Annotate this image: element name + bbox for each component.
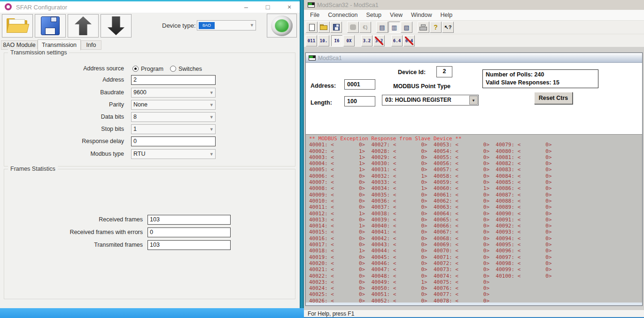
- baudrate-combo[interactable]: 9600▾: [131, 88, 216, 98]
- parity-value: None: [133, 101, 147, 108]
- transmited-frames-label: Transmited frames: [4, 242, 143, 248]
- menu-view[interactable]: View: [386, 12, 407, 18]
- chevron-down-icon: ▾: [250, 22, 253, 28]
- disconnect-button[interactable]: €): [359, 22, 371, 33]
- radio-switches[interactable]: [170, 66, 176, 72]
- display-data-button[interactable]: ▥: [388, 22, 400, 33]
- maximize-button[interactable]: □: [261, 2, 275, 12]
- valid-slave-responses: Valid Slave Responses: 15: [486, 79, 595, 87]
- format-double-icon: 6.4: [392, 36, 402, 46]
- menu-setup[interactable]: Setup: [362, 12, 386, 18]
- register-data-area: ** MODBUS Exception Response from Slave …: [306, 134, 642, 303]
- chevron-down-icon: ▾: [210, 126, 213, 132]
- reset-counters-button[interactable]: Reset Ctrs: [534, 92, 573, 104]
- format-0x-icon: 0X: [344, 36, 354, 46]
- modbus-type-value: RTU: [133, 151, 145, 157]
- new-document-button[interactable]: [306, 22, 318, 33]
- modsca1-child-window: ModSca1 Address: 0001 Length: 100 Device…: [305, 53, 643, 306]
- parity-combo[interactable]: None▾: [131, 100, 216, 110]
- open-file-icon: [320, 24, 328, 30]
- download-arrow-icon: [108, 16, 124, 35]
- upload-arrow-icon: [75, 16, 92, 35]
- format-hex-button[interactable]: I6: [331, 35, 342, 46]
- tab-info[interactable]: Info: [81, 40, 101, 50]
- desktop-blue-strip: [0, 308, 304, 318]
- modbus-address-input[interactable]: 0001: [344, 79, 375, 90]
- help-about-button[interactable]: ?: [430, 22, 442, 33]
- modbus-address-label: Address:: [310, 83, 336, 89]
- format-swapped-float-button[interactable]: 3.2: [373, 35, 385, 46]
- scan-definition-form: Address: 0001 Length: 100 Device Id: 2 M…: [306, 63, 642, 134]
- tab-transmission[interactable]: Transmission: [38, 39, 81, 50]
- format-binary-button[interactable]: 011: [306, 35, 317, 46]
- status-led-green-icon: [275, 19, 289, 32]
- help-icon: ?: [434, 23, 438, 31]
- sfar-titlebar: SFAR Configurator – □ ×: [0, 1, 300, 13]
- download-button[interactable]: [101, 14, 132, 38]
- format-swapped-double-icon: 6.4: [404, 36, 414, 46]
- device-type-dropdown[interactable]: 8AO ▾: [197, 20, 256, 30]
- close-button[interactable]: ×: [282, 2, 296, 12]
- modsca1-title: ModSca1: [318, 55, 342, 61]
- menu-help[interactable]: Help: [436, 12, 457, 18]
- transmited-frames-input[interactable]: 103: [147, 240, 231, 250]
- radio-program[interactable]: [132, 66, 139, 72]
- device-type-selected-value: 8AO: [199, 22, 215, 29]
- modsca1-window-icon: [309, 55, 316, 61]
- address-label: Address: [4, 76, 124, 83]
- format-0x-button[interactable]: 0X: [343, 35, 355, 46]
- minimize-button[interactable]: –: [239, 2, 253, 12]
- device-id-input[interactable]: 2: [436, 66, 452, 77]
- format-double-button[interactable]: 6.4: [391, 35, 403, 46]
- tab-8ao-module[interactable]: 8AO Module: [1, 40, 38, 50]
- sfar-configurator-window: SFAR Configurator – □ × Device type: 8AO…: [0, 0, 300, 308]
- display-traffic-button[interactable]: ▧: [401, 22, 412, 33]
- format-hex-icon: I6: [332, 36, 342, 46]
- upload-button[interactable]: [68, 14, 99, 38]
- point-type-combo[interactable]: 03: HOLDING REGISTER ▼: [382, 95, 479, 106]
- data-bits-combo[interactable]: 8▾: [131, 112, 216, 122]
- format-swapped-double-button[interactable]: 6.4: [403, 35, 415, 46]
- length-label: Length:: [310, 99, 332, 106]
- format-decimal-button[interactable]: 10.: [318, 35, 329, 46]
- connection-status-button[interactable]: [267, 14, 297, 38]
- stop-bits-combo[interactable]: 1▾: [131, 124, 216, 134]
- open-config-button[interactable]: [2, 14, 33, 38]
- radio-switches-label: Switches: [178, 66, 202, 72]
- save-file-button[interactable]: [330, 22, 342, 33]
- open-file-button[interactable]: [318, 22, 330, 33]
- sfar-window-title: SFAR Configurator: [16, 4, 67, 11]
- received-frames-errors-input[interactable]: 0: [147, 227, 231, 237]
- window-divider: [300, 0, 304, 308]
- new-document-icon: [309, 24, 315, 31]
- modbus-type-combo[interactable]: RTU▾: [131, 149, 216, 159]
- poll-statistics-box: Number of Polls: 240 Valid Slave Respons…: [482, 69, 598, 88]
- parity-label: Parity: [4, 101, 124, 108]
- length-input[interactable]: 100: [344, 96, 375, 106]
- menu-connection[interactable]: Connection: [324, 12, 362, 18]
- context-help-button[interactable]: ↖?: [442, 22, 454, 33]
- format-float-icon: 3.2: [362, 36, 372, 46]
- received-frames-errors-label: Received frames with errors: [4, 229, 143, 235]
- connect-button[interactable]: [347, 22, 359, 33]
- menu-file[interactable]: File: [306, 12, 324, 18]
- transmission-settings-label: Transmission settings: [8, 49, 69, 56]
- chevron-down-icon: ▾: [210, 114, 213, 120]
- format-binary-icon: 011: [306, 36, 317, 46]
- data-bits-label: Data bits: [4, 114, 124, 120]
- address-input[interactable]: 2: [131, 75, 216, 85]
- save-config-button[interactable]: [35, 14, 66, 38]
- chevron-down-icon[interactable]: ▼: [469, 96, 478, 105]
- menu-window[interactable]: Window: [407, 12, 436, 18]
- device-type-label: Device type:: [162, 22, 196, 29]
- response-delay-input[interactable]: 0: [131, 136, 216, 146]
- format-decimal-icon: 10.: [318, 36, 329, 46]
- menu-bar: File Connection Setup View Window Help: [304, 10, 644, 21]
- main-toolbar: €) ▤ ▥ ▧ ? ↖?: [304, 21, 644, 34]
- received-frames-input[interactable]: 103: [147, 215, 231, 225]
- format-float-button[interactable]: 3.2: [361, 35, 372, 46]
- save-floppy-icon: [41, 16, 60, 35]
- modsca1-titlebar[interactable]: ModSca1: [306, 53, 642, 63]
- print-button[interactable]: [418, 22, 429, 33]
- display-definition-button[interactable]: ▤: [376, 22, 388, 33]
